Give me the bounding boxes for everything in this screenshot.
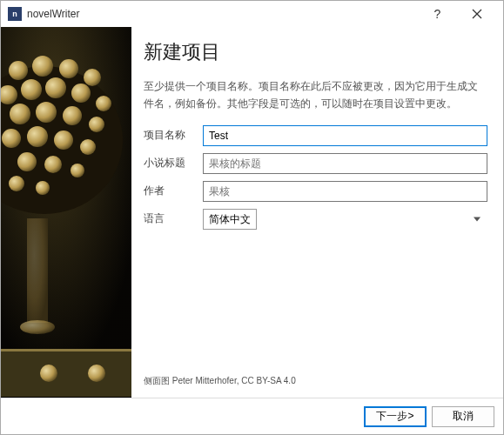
next-button[interactable]: 下一步> xyxy=(364,406,427,427)
svg-point-32 xyxy=(40,365,57,382)
label-author: 作者 xyxy=(144,184,203,198)
svg-point-5 xyxy=(9,61,28,80)
image-credit: 侧面图 Peter Mitterhofer, CC BY-SA 4.0 xyxy=(144,375,487,387)
svg-point-19 xyxy=(27,126,48,147)
svg-point-10 xyxy=(21,79,42,100)
svg-rect-31 xyxy=(1,349,131,351)
svg-point-17 xyxy=(89,117,104,132)
svg-point-7 xyxy=(59,59,78,78)
svg-rect-30 xyxy=(1,349,131,397)
svg-point-23 xyxy=(44,156,62,173)
svg-point-20 xyxy=(54,130,73,150)
input-author[interactable] xyxy=(203,181,487,202)
svg-point-14 xyxy=(10,104,30,124)
svg-point-8 xyxy=(84,69,101,86)
svg-point-21 xyxy=(80,139,96,155)
label-language: 语言 xyxy=(144,211,203,226)
svg-point-25 xyxy=(9,176,24,191)
svg-point-29 xyxy=(20,320,55,334)
help-button[interactable]: ? xyxy=(418,2,457,26)
select-language[interactable]: 简体中文 xyxy=(203,209,257,230)
window-title: novelWriter xyxy=(27,8,418,20)
svg-point-22 xyxy=(17,152,37,171)
svg-point-15 xyxy=(36,102,57,123)
close-icon xyxy=(472,9,482,19)
svg-point-13 xyxy=(96,96,111,111)
content-area: 新建项目 至少提供一个项目名称。项目名称在此后不应被更改，因为它用于生成文件名，… xyxy=(1,27,503,398)
input-project-name[interactable] xyxy=(203,125,487,146)
svg-point-11 xyxy=(45,77,66,98)
svg-point-24 xyxy=(71,164,84,177)
svg-point-16 xyxy=(63,106,82,125)
titlebar: n novelWriter ? xyxy=(1,1,503,27)
page-heading: 新建项目 xyxy=(144,39,487,65)
main-panel: 新建项目 至少提供一个项目名称。项目名称在此后不应被更改，因为它用于生成文件名，… xyxy=(131,27,503,398)
app-icon: n xyxy=(8,7,22,21)
row-author: 作者 xyxy=(144,181,487,202)
svg-point-6 xyxy=(32,56,53,77)
button-bar: 下一步> 取消 xyxy=(1,398,503,434)
svg-rect-28 xyxy=(27,218,48,323)
input-novel-title[interactable] xyxy=(203,153,487,174)
page-description: 至少提供一个项目名称。项目名称在此后不应被更改，因为它用于生成文件名，例如备份。… xyxy=(144,77,487,113)
row-language: 语言 简体中文 xyxy=(144,209,487,230)
svg-point-12 xyxy=(71,84,91,103)
cancel-button[interactable]: 取消 xyxy=(432,406,494,427)
row-novel-title: 小说标题 xyxy=(144,153,487,174)
close-button[interactable] xyxy=(457,2,496,26)
new-project-dialog: n novelWriter ? xyxy=(0,0,504,435)
svg-point-33 xyxy=(88,365,105,382)
label-novel-title: 小说标题 xyxy=(144,156,203,171)
svg-point-26 xyxy=(36,181,50,195)
label-project-name: 项目名称 xyxy=(144,128,203,143)
side-image xyxy=(1,27,131,398)
row-project-name: 项目名称 xyxy=(144,125,487,146)
svg-point-18 xyxy=(2,129,21,148)
